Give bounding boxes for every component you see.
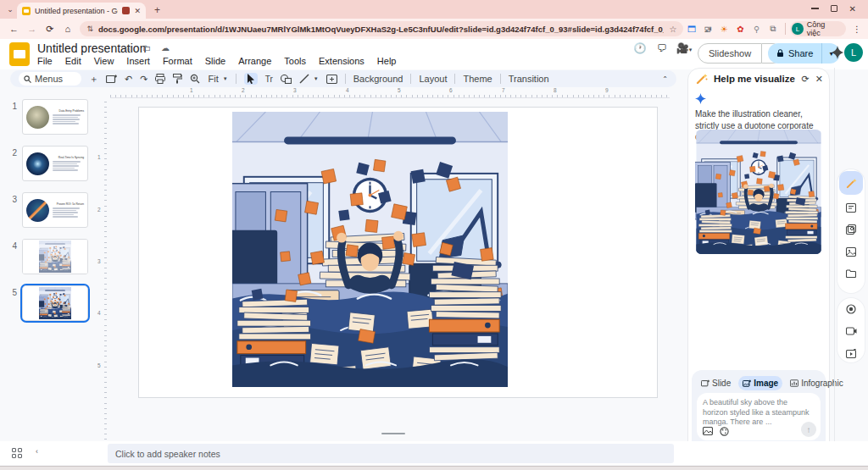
send-button[interactable]: ↑ — [801, 422, 816, 437]
home-icon[interactable]: ⌂ — [58, 24, 76, 34]
new-slide-layout-icon[interactable] — [106, 75, 117, 84]
slide-thumbnail-2[interactable]: Real-Time Is Syncing — [22, 146, 88, 181]
menu-arrange[interactable]: Arrange — [238, 56, 271, 66]
line-caret-icon[interactable]: ▼ — [314, 76, 319, 81]
line-tool-icon[interactable] — [299, 74, 309, 84]
browser-menu-icon[interactable]: ⋮ — [853, 25, 861, 34]
rail-divider — [834, 68, 835, 462]
palette-icon[interactable] — [720, 427, 729, 436]
transition-button[interactable]: Transition — [509, 74, 549, 84]
site-settings-icon[interactable]: ⇅ — [86, 25, 93, 33]
panel-close-icon[interactable]: ✕ — [815, 74, 823, 85]
prompt-input[interactable]: A beautiful sky above the horizon styled… — [697, 393, 821, 440]
reload-icon[interactable]: ⟳ — [41, 24, 58, 35]
move-folder-icon[interactable]: 🗀 — [142, 43, 151, 53]
slide-thumbnail-3[interactable]: Proven ROI: 5x Return — [22, 192, 88, 228]
menu-edit[interactable]: Edit — [65, 56, 81, 66]
tab-slide[interactable]: Slide — [697, 376, 735, 390]
contacts-icon[interactable] — [837, 218, 865, 241]
menu-help[interactable]: Help — [377, 56, 397, 66]
meet-camera-icon[interactable]: 🎥▾ — [673, 42, 695, 54]
slide-thumbnail-4[interactable] — [22, 239, 88, 274]
tab-image-selected[interactable]: Image — [738, 376, 782, 390]
add-media-icon[interactable] — [837, 342, 865, 364]
select-tool[interactable] — [244, 73, 258, 85]
translate-extension-icon[interactable]: 🗖 — [683, 22, 699, 36]
tab-image-label: Image — [754, 379, 778, 388]
version-history-icon[interactable]: 🕐 — [629, 42, 651, 54]
thumbnail-illustration — [23, 240, 87, 274]
bookmark-star-icon[interactable]: ☆ — [669, 25, 676, 34]
regenerate-icon[interactable]: ⟳ — [802, 74, 810, 85]
slideshow-button[interactable]: Slideshow — [698, 43, 762, 64]
slide-number: 3 — [7, 195, 17, 204]
layout-button[interactable]: Layout — [419, 74, 447, 84]
video-camera-icon[interactable] — [837, 320, 865, 342]
gemini-sparkle-icon[interactable] — [831, 46, 844, 59]
menu-view[interactable]: View — [94, 56, 114, 66]
maximize-icon[interactable] — [831, 5, 837, 12]
print-icon[interactable] — [155, 74, 165, 84]
wand-extension-icon[interactable]: ⚲ — [748, 22, 765, 36]
sun-extension-icon[interactable]: ☀ — [716, 22, 732, 36]
grid-view-icon[interactable] — [12, 448, 22, 458]
gemini-rail-button-active[interactable] — [839, 171, 863, 195]
slides-logo[interactable] — [9, 42, 30, 66]
user-avatar[interactable]: L — [844, 43, 863, 62]
magic-wand-icon — [696, 73, 708, 85]
slide-thumbnail-1[interactable]: Data Entry Problems — [22, 99, 88, 135]
tab-search-chevron-icon[interactable]: ⌄ — [3, 3, 17, 15]
share-button[interactable]: Share — [768, 43, 821, 64]
theme-button[interactable]: Theme — [463, 74, 492, 84]
menu-format[interactable]: Format — [163, 56, 192, 66]
toolbar-collapse-icon[interactable]: ⌃ — [662, 75, 668, 83]
folder-icon[interactable] — [837, 263, 865, 285]
speaker-notes-input[interactable]: Click to add speaker notes — [108, 444, 674, 463]
menu-slide[interactable]: Slide — [205, 56, 225, 66]
background-button[interactable]: Background — [353, 74, 403, 84]
image-style-icon[interactable] — [703, 427, 713, 435]
new-slide-button[interactable]: ＋ — [89, 73, 98, 86]
browser-tab[interactable]: Untitled presentation - Go ✕ — [17, 3, 146, 19]
crab-extension-icon[interactable]: ✿ — [732, 22, 748, 36]
cast-extension-icon[interactable]: 🖳 — [700, 22, 716, 36]
fit-caret-icon[interactable]: ▼ — [223, 76, 228, 81]
redo-icon[interactable]: ↷ — [140, 74, 147, 85]
forward-icon[interactable]: → — [23, 24, 41, 34]
cloud-status-icon[interactable]: ☁ — [161, 43, 170, 53]
panel-header: Help me visualize ⟳ ✕ — [696, 73, 823, 85]
filmstrip-collapse-icon[interactable]: ‹ — [36, 447, 38, 456]
share-label: Share — [788, 48, 813, 58]
calendar-icon[interactable] — [837, 196, 865, 218]
divider — [236, 74, 236, 84]
zoom-icon[interactable] — [190, 74, 200, 84]
menu-file[interactable]: File — [37, 56, 53, 66]
back-icon[interactable]: ← — [5, 24, 23, 34]
menu-tools[interactable]: Tools — [284, 56, 306, 66]
minimize-icon[interactable] — [811, 8, 819, 9]
comments-icon[interactable]: 🗩 — [651, 42, 673, 54]
record-icon[interactable] — [837, 298, 865, 320]
menu-extensions[interactable]: Extensions — [319, 56, 364, 66]
star-document-icon[interactable]: ☆ — [125, 43, 132, 53]
slide-thumbnail-5-selected[interactable] — [22, 285, 88, 321]
extensions-icon[interactable]: ⧉ — [765, 22, 781, 36]
image-rail-icon[interactable] — [837, 241, 865, 263]
generated-image-preview[interactable] — [695, 130, 822, 254]
menus-search[interactable]: Menus — [19, 72, 81, 86]
fit-dropdown[interactable]: Fit — [208, 74, 218, 84]
tab-infographic[interactable]: Infographic — [786, 376, 847, 390]
insert-image-icon[interactable] — [326, 75, 337, 84]
omnibox[interactable]: ⇅ docs.google.com/presentation/d/1WJNUae… — [80, 21, 683, 36]
profile-chip[interactable]: L Công việc — [790, 21, 846, 36]
undo-icon[interactable]: ↶ — [125, 74, 132, 85]
tab-close-icon[interactable]: ✕ — [134, 7, 141, 15]
notes-resize-handle[interactable] — [381, 433, 405, 434]
paint-format-icon[interactable] — [173, 74, 182, 84]
textbox-tool[interactable]: Tr — [265, 75, 273, 84]
new-tab-button[interactable]: + — [154, 4, 160, 16]
close-icon[interactable]: ✕ — [849, 4, 856, 14]
shapes-tool-icon[interactable] — [281, 75, 292, 84]
office-illustration[interactable] — [232, 111, 508, 388]
menu-insert[interactable]: Insert — [126, 56, 150, 66]
